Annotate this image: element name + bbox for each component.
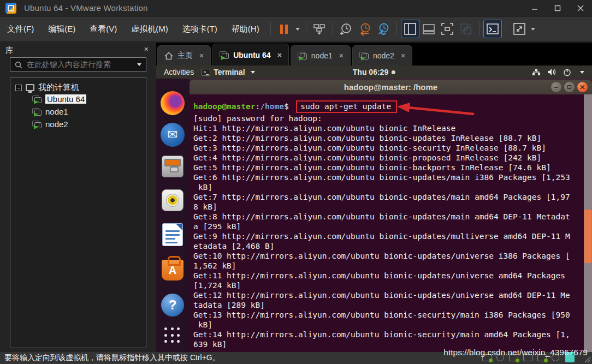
tab-close-icon[interactable]: × <box>401 51 405 60</box>
pause-vm-button[interactable] <box>275 20 293 38</box>
network-icon <box>532 68 541 76</box>
fullscreen-view-button[interactable] <box>438 20 457 38</box>
maximize-button[interactable] <box>546 0 569 16</box>
terminal-output-line: Get:9 http://mirrors.aliyun.com/ubuntu b… <box>193 231 592 241</box>
volume-icon <box>547 68 557 76</box>
vmware-logo-icon <box>5 3 16 14</box>
menu-help[interactable]: 帮助(H) <box>224 17 267 41</box>
terminal-title-bar[interactable]: hadoop@master: /home <box>190 80 592 94</box>
vm-icon <box>298 52 307 59</box>
tab-ubuntu64[interactable]: Ubuntu 64 × <box>212 44 289 65</box>
terminal-window[interactable]: hadoop@master: /home hadoop@master:/home… <box>190 80 592 352</box>
virtual-console-button[interactable] <box>483 20 502 38</box>
gnome-top-bar: Activities >_ Terminal Thu 06:29 <box>156 65 592 79</box>
expand-arrows-icon <box>513 22 526 35</box>
system-tray[interactable] <box>532 68 592 76</box>
tab-close-icon[interactable]: × <box>339 51 344 60</box>
terminal-output-line: kB] <box>193 182 592 192</box>
terminal-output-line: [sudo] password for hadoop: <box>193 114 592 123</box>
watermark-url: https://blog.csdn.net/weixin_43967679 <box>443 348 588 357</box>
tab-home[interactable]: 主页 × <box>157 45 211 65</box>
dock-help[interactable]: ? <box>160 293 185 318</box>
vm-icon <box>359 52 369 59</box>
dock-show-applications[interactable] <box>160 323 185 348</box>
tab-bar: 主页 × Ubuntu 64 × node1 × node2 × <box>156 43 592 65</box>
terminal-output-line: Get:8 http://mirrors.aliyun.com/ubuntu b… <box>193 212 592 222</box>
library-close-icon[interactable]: × <box>144 45 149 53</box>
menu-file[interactable]: 文件(F) <box>0 17 41 41</box>
terminal-output-line: Get:2 http://mirrors.aliyun.com/ubuntu b… <box>193 133 592 143</box>
tree-node-my-computer[interactable]: − 我的计算机 <box>15 82 79 93</box>
terminal-icon <box>486 22 499 35</box>
vm-icon <box>32 96 42 103</box>
terminal-output-line: kB] <box>193 320 592 330</box>
terminal-output-line: Get:5 http://mirrors.aliyun.com/ubuntu b… <box>193 163 592 172</box>
expand-dropdown-caret[interactable] <box>531 28 535 31</box>
files-icon <box>162 156 183 177</box>
search-dropdown-caret[interactable] <box>137 63 141 66</box>
thunderbird-icon: ✉ <box>161 123 185 147</box>
scrollbar-thumb[interactable] <box>584 210 591 263</box>
terminal-output-line: a [295 kB] <box>193 222 592 231</box>
dock-files[interactable] <box>160 154 185 179</box>
tree-node-node2[interactable]: node2 <box>32 120 68 129</box>
tab-node1[interactable]: node1 × <box>291 45 351 65</box>
clock[interactable]: Thu 06:29 <box>353 68 395 76</box>
unity-mode-icon <box>459 22 472 35</box>
help-icon: ? <box>161 294 184 317</box>
dock-firefox[interactable] <box>160 91 185 116</box>
app-menu[interactable]: >_ Terminal <box>202 68 257 76</box>
snapshot-clock-icon <box>339 22 353 36</box>
tab-close-icon[interactable]: × <box>199 51 204 60</box>
toggle-library-panel-button[interactable] <box>401 20 419 38</box>
terminal-output-line: tadata [289 kB] <box>193 300 592 310</box>
close-button[interactable] <box>569 0 592 16</box>
console-view-button[interactable] <box>419 20 438 38</box>
toolbar-separator <box>270 22 271 35</box>
tree-node-ubuntu64[interactable]: Ubuntu 64 <box>32 94 86 104</box>
vm-icon <box>32 108 42 116</box>
library-search-input[interactable]: 在此处键入内容进行搜索 <box>10 57 146 72</box>
terminal-output-line: Get:4 http://mirrors.aliyun.com/ubuntu b… <box>193 153 592 163</box>
snapshot-manager-button[interactable] <box>374 20 393 38</box>
vm-console-screen[interactable]: Activities >_ Terminal Thu 06:29 <box>156 65 592 352</box>
prompt-user-host: hadoop@master <box>193 102 256 111</box>
pause-dropdown-caret[interactable] <box>295 28 300 31</box>
terminal-lines: [sudo] password for hadoop: Hit:1 http:/… <box>193 114 592 349</box>
take-snapshot-button[interactable] <box>337 20 356 38</box>
menu-vm[interactable]: 虚拟机(M) <box>124 17 175 41</box>
dock-thunderbird[interactable]: ✉ <box>160 122 185 147</box>
tab-close-icon[interactable]: × <box>277 51 282 59</box>
firefox-icon <box>161 91 185 115</box>
tray-dropdown-caret <box>580 71 584 74</box>
menu-tabs[interactable]: 选项卡(T) <box>175 17 224 41</box>
dock-libreoffice-writer[interactable] <box>160 222 185 247</box>
terminal-output[interactable]: hadoop@master:/home$ sudo apt-get update… <box>190 94 592 352</box>
highlighted-command: sudo apt-get update <box>296 100 397 113</box>
fullscreen-brackets-icon <box>441 22 454 35</box>
send-ctrl-alt-del-button[interactable] <box>310 20 329 38</box>
revert-snapshot-button[interactable] <box>356 20 374 38</box>
terminal-maximize-button[interactable] <box>564 82 575 92</box>
tab-node2[interactable]: node2 × <box>352 45 412 65</box>
dock-ubuntu-software[interactable]: A <box>160 258 185 283</box>
terminal-close-button[interactable] <box>577 82 588 92</box>
terminal-minimize-button[interactable] <box>551 82 561 92</box>
tree-expander-icon[interactable]: − <box>15 85 22 91</box>
vmware-workstation-window: Ubuntu 64 - VMware Workstation 文件(F) 编辑(… <box>0 0 592 364</box>
terminal-output-line: Get:11 http://mirrors.aliyun.com/ubuntu … <box>193 271 592 281</box>
terminal-output-line: 1,562 kB] <box>193 261 592 271</box>
toolbar-separator <box>479 22 479 35</box>
tree-node-node1[interactable]: node1 <box>32 107 68 116</box>
terminal-output-line: etadata [2,468 B] <box>193 241 592 251</box>
dock-rhythmbox[interactable] <box>160 188 185 213</box>
terminal-scrollbar[interactable] <box>584 94 592 352</box>
terminal-output-line: Get:10 http://mirrors.aliyun.com/ubuntu … <box>193 251 592 261</box>
menu-edit[interactable]: 编辑(E) <box>41 17 82 41</box>
expand-screen-button[interactable] <box>510 20 529 38</box>
activities-button[interactable]: Activities <box>156 68 202 76</box>
rhythmbox-icon <box>162 189 183 211</box>
toolbar-separator <box>306 22 306 35</box>
minimize-button[interactable] <box>523 0 546 16</box>
menu-view[interactable]: 查看(V) <box>82 17 124 41</box>
